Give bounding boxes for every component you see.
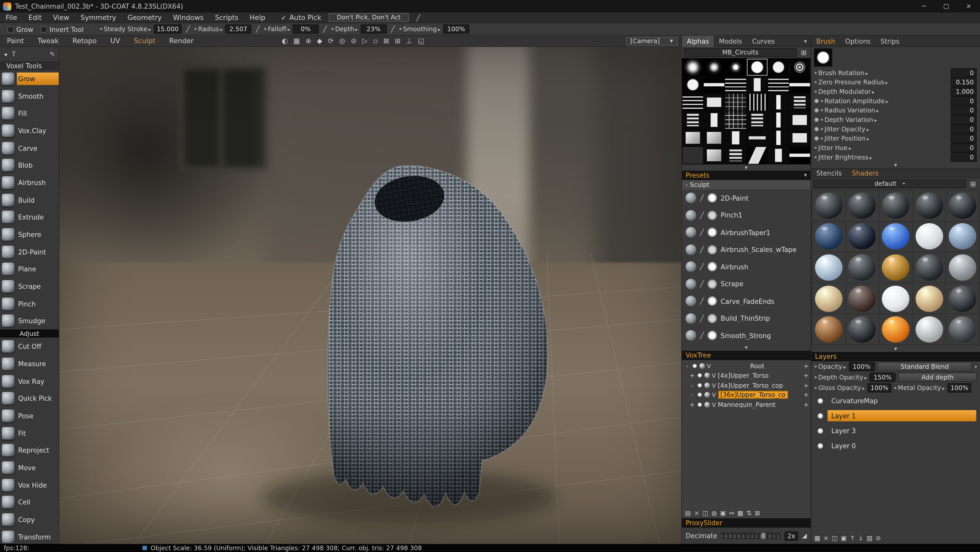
tab-strips[interactable]: Strips: [875, 35, 904, 46]
voxtree-row-root[interactable]: -VRoot+: [682, 361, 811, 371]
alpha-thumb-5-4[interactable]: [768, 147, 789, 164]
tool-pinch[interactable]: Pinch: [0, 295, 59, 312]
shader-thumb-3-3[interactable]: [913, 284, 945, 313]
param-radius-variation[interactable]: Radius Variation0: [811, 105, 980, 115]
alpha-thumb-1-0[interactable]: [682, 77, 703, 93]
visibility-icon[interactable]: [692, 363, 697, 369]
param-zero-pressure-radius[interactable]: Zero Pressure Radius0.150: [811, 77, 980, 87]
shader-thumb-2-0[interactable]: [813, 253, 845, 282]
menu-windows[interactable]: Windows: [167, 12, 209, 23]
alpha-thumb-2-5[interactable]: [789, 94, 810, 111]
expand-icon[interactable]: +: [689, 372, 695, 379]
tool-plane[interactable]: Plane: [0, 260, 59, 278]
minimize-button[interactable]: ─: [913, 0, 935, 13]
field-label-smoothing[interactable]: Smoothing: [399, 26, 441, 32]
shader-thumb-1-1[interactable]: [846, 222, 878, 251]
alpha-thumb-5-1[interactable]: [704, 147, 725, 164]
move-up-icon[interactable]: ↑: [850, 534, 855, 542]
alpha-thumb-3-2[interactable]: [725, 112, 746, 129]
tool-cell[interactable]: Cell: [0, 493, 59, 511]
voxtree-row-4x-upper-torso[interactable]: +V[4x]Upper_Torso+: [682, 371, 811, 381]
alpha-thumb-5-3[interactable]: [746, 147, 767, 164]
tool-extrude[interactable]: Extrude: [0, 209, 59, 226]
shading-icon[interactable]: ◐: [282, 35, 288, 46]
viewport-split-icon[interactable]: ◱: [418, 35, 424, 46]
viewport-3d[interactable]: [59, 47, 681, 544]
layer-layer-0[interactable]: Layer 0: [811, 438, 980, 453]
menu-geometry[interactable]: Geometry: [122, 12, 167, 23]
alpha-thumb-3-4[interactable]: [768, 112, 789, 129]
tab-curves[interactable]: Curves: [747, 35, 780, 46]
alpha-set-dropdown[interactable]: MB_Circuits: [684, 48, 797, 57]
delete-layer-icon[interactable]: ×: [823, 534, 829, 542]
bake-layer-icon[interactable]: ▨: [867, 534, 872, 542]
collapse-icon[interactable]: -: [689, 382, 695, 389]
shader-thumb-3-2[interactable]: [880, 284, 912, 313]
brush-alpha-preview[interactable]: [814, 48, 832, 67]
tab-render[interactable]: Render: [162, 35, 200, 46]
shader-thumb-0-1[interactable]: [846, 191, 878, 220]
duplicate-layer-icon[interactable]: ◫: [832, 534, 838, 542]
alpha-thumb-1-3[interactable]: [746, 77, 767, 93]
instance-icon[interactable]: ▣: [720, 509, 726, 517]
tool-transform[interactable]: Transform: [0, 528, 59, 544]
menu-symmetry[interactable]: Symmetry: [75, 12, 122, 23]
field-value-smoothing[interactable]: 100%: [443, 24, 469, 34]
grow-checkbox[interactable]: Grow: [7, 25, 33, 33]
volume-name[interactable]: Root: [713, 362, 802, 369]
preset-airbrush[interactable]: ╱Airbrush: [682, 258, 811, 275]
add-child-icon[interactable]: +: [803, 401, 809, 408]
shader-thumb-4-1[interactable]: [846, 314, 878, 344]
expand-arrow-icon[interactable]: ▾: [682, 164, 811, 171]
invert-tool-checkbox[interactable]: Invert Tool: [41, 25, 84, 33]
hide-parts-icon[interactable]: ⊘: [351, 35, 357, 46]
param-value-brush-rotation[interactable]: 0: [951, 68, 977, 78]
field-value-radius[interactable]: 2.507: [225, 24, 251, 34]
alpha-thumb-3-0[interactable]: [682, 112, 703, 129]
volume-name[interactable]: [4x]Upper_Torso_cop: [718, 382, 783, 389]
alpha-thumb-1-5[interactable]: [789, 77, 810, 93]
menu-file[interactable]: File: [0, 12, 23, 23]
clear-layer-icon[interactable]: ⊘: [875, 534, 881, 542]
layer-layer-1[interactable]: Layer 1: [811, 408, 980, 423]
alpha-thumb-2-3[interactable]: [746, 94, 767, 111]
preset-airbrush-scales-wtape[interactable]: ╱Airbrush_Scales_wTape: [682, 241, 811, 258]
volume-name[interactable]: [4x]Upper_Torso: [718, 372, 768, 379]
shader-thumb-3-4[interactable]: [947, 284, 979, 313]
field-label-radius[interactable]: Radius: [194, 26, 223, 32]
alpha-thumb-4-0[interactable]: [682, 129, 703, 146]
panel-menu-arrow[interactable]: ▾: [804, 38, 811, 44]
bake-icon[interactable]: ▩: [737, 509, 743, 517]
preset-pinch1[interactable]: ╱Pinch1: [682, 206, 811, 223]
tool-vox-hide[interactable]: Vox Hide: [0, 476, 59, 494]
preset-scrape[interactable]: ╱Scrape: [682, 276, 811, 293]
param-jitter-opacity[interactable]: Jitter Opacity0: [811, 124, 980, 134]
tab-paint[interactable]: Paint: [0, 35, 31, 46]
tab-uv[interactable]: UV: [103, 35, 127, 46]
menu-edit[interactable]: Edit: [23, 12, 47, 23]
slider-handle[interactable]: [761, 533, 766, 539]
shader-thumb-0-4[interactable]: [947, 191, 979, 220]
alpha-thumb-0-4[interactable]: [768, 59, 789, 76]
add-child-icon[interactable]: +: [803, 372, 809, 379]
tool-grow[interactable]: Grow: [0, 70, 59, 88]
merge-layer-icon[interactable]: ▣: [841, 534, 847, 542]
tool-carve[interactable]: Carve: [0, 139, 59, 157]
text-tool-icon[interactable]: T: [12, 49, 16, 58]
preset-group-sculpt[interactable]: - Sculpt: [682, 180, 811, 190]
move-down-icon[interactable]: ↓: [858, 534, 864, 542]
add-child-icon[interactable]: +: [803, 382, 809, 389]
tool-cut-off[interactable]: Cut Off: [0, 338, 59, 355]
expand-arrow-icon[interactable]: ▾: [811, 346, 980, 352]
proxy-menu-icon[interactable]: ◢: [802, 531, 807, 540]
alpha-thumb-2-0[interactable]: [682, 94, 703, 111]
alpha-thumb-5-0[interactable]: [682, 147, 703, 164]
param-value-depth-variation[interactable]: 0: [951, 115, 977, 124]
voxtree-row-4x-upper-torso-cop[interactable]: -V[4x]Upper_Torso_cop+: [682, 381, 811, 390]
param-rotation-amplitude[interactable]: Rotation Amplitude0: [811, 96, 980, 106]
blend-mode-button[interactable]: Standard Blend: [877, 362, 972, 371]
alpha-thumb-4-5[interactable]: [789, 129, 810, 146]
layer-curvaturemap[interactable]: CurvatureMap: [811, 393, 980, 408]
panel-menu-arrow[interactable]: ▾: [804, 171, 807, 180]
tool-sphere[interactable]: Sphere: [0, 226, 59, 243]
